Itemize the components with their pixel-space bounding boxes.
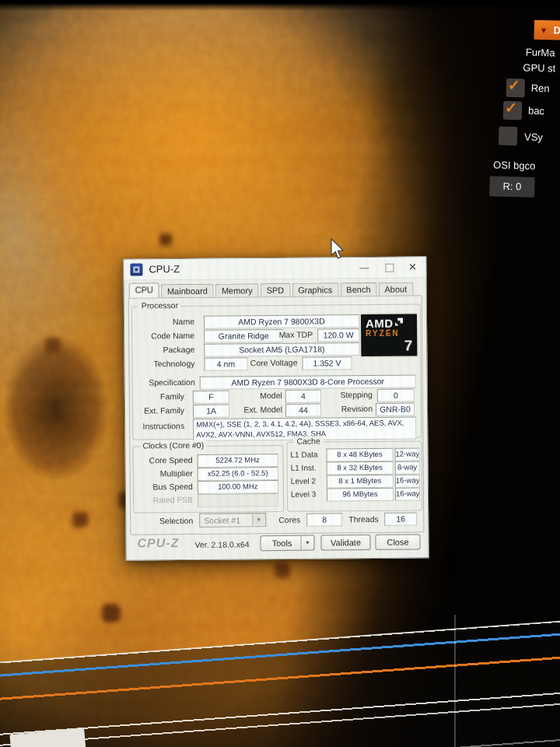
- osi-bgcolor-label: OSI bgco: [493, 159, 536, 171]
- instructions-label: Instructions: [133, 420, 184, 433]
- stepping-field: 0: [377, 388, 415, 402]
- level3-label: Level 3: [291, 488, 325, 500]
- core-speed-label: Core Speed: [134, 454, 193, 467]
- checkbox-vsync[interactable]: [499, 127, 518, 146]
- furmark-app-label: FurMa: [526, 46, 555, 58]
- selection-label: Selection: [143, 515, 193, 528]
- amd-brand-text: AMD: [366, 317, 394, 330]
- tools-button-label: Tools: [272, 538, 292, 548]
- core-voltage-label: Core Voltage: [232, 357, 297, 370]
- close-button[interactable]: ✕: [401, 257, 424, 277]
- tab-bench[interactable]: Bench: [340, 282, 376, 296]
- threads-label: Threads: [348, 514, 383, 525]
- furmark-settings-panel: ▼ De FurMa GPU st ✓ Ren ✓ bac VSy OSI bg…: [486, 12, 560, 210]
- amd-arrow-icon: [395, 318, 403, 326]
- close-action-button[interactable]: Close: [375, 534, 420, 550]
- furmark-subtitle: GPU st: [523, 61, 555, 74]
- l1-inst-assoc-field: 8-way: [395, 461, 420, 474]
- validate-button[interactable]: Validate: [320, 535, 370, 551]
- window-title: CPU-Z: [149, 263, 180, 275]
- core-voltage-field: 1.352 V: [302, 356, 352, 370]
- package-label: Package: [132, 344, 194, 356]
- tools-dropdown-icon[interactable]: ▼: [300, 536, 313, 550]
- dropdown-arrow-icon[interactable]: ▼: [252, 514, 264, 525]
- package-field: Socket AM5 (LGA1718): [204, 342, 359, 357]
- maximize-icon: [385, 264, 394, 272]
- ext-family-field: 1A: [193, 405, 229, 418]
- specification-field: AMD Ryzen 7 9800X3D 8-Core Processor: [200, 374, 416, 389]
- tab-cpu[interactable]: CPU: [129, 282, 159, 297]
- ext-family-label: Ext. Family: [133, 405, 184, 417]
- processor-group: Processor Name AMD Ryzen 7 9800X3D Code …: [131, 303, 422, 440]
- revision-label: Revision: [324, 403, 373, 416]
- name-label: Name: [132, 316, 194, 328]
- check-icon: ✓: [505, 99, 518, 117]
- cores-field: 8: [306, 513, 342, 526]
- l1-inst-label: L1 Inst.: [291, 461, 325, 473]
- maximize-button[interactable]: [377, 258, 401, 278]
- l1-data-assoc-field: 12-way: [394, 447, 419, 461]
- ext-model-field: 44: [285, 403, 321, 416]
- ryzen-number: 7: [404, 337, 413, 354]
- rated-fsb-label: Rated FSB: [134, 494, 193, 507]
- checkbox-vsync-label: VSy: [524, 131, 543, 143]
- rated-fsb-field: [198, 493, 278, 507]
- family-label: Family: [133, 391, 184, 403]
- tab-mainboard[interactable]: Mainboard: [161, 284, 214, 298]
- level2-assoc-field: 16-way: [395, 474, 420, 487]
- title-bar[interactable]: CPU-Z — ✕: [124, 257, 425, 280]
- threads-field: 16: [384, 512, 417, 525]
- cpuz-window: CPU-Z — ✕ CPUMainboardMemorySPDGraphicsB…: [123, 256, 429, 560]
- version-text: Ver. 2.18.0.x64: [194, 539, 249, 549]
- check-icon: ✓: [508, 76, 521, 94]
- clocks-group: Clocks (Core #0) Core Speed 5224.72 MHz …: [132, 445, 284, 514]
- level3-size-field: 96 MBytes: [327, 488, 394, 502]
- l1-data-size-field: 8 x 48 KBytes: [326, 448, 393, 462]
- furmark-section-header[interactable]: ▼ De: [534, 20, 560, 41]
- multiplier-label: Multiplier: [134, 468, 193, 480]
- cpuz-footer-logo: CPU-Z: [137, 536, 179, 550]
- validate-button-label: Validate: [331, 538, 361, 547]
- tab-memory[interactable]: Memory: [215, 283, 259, 296]
- model-label: Model: [233, 390, 282, 402]
- socket-selection-value: Socket #1: [200, 514, 240, 526]
- l1-inst-size-field: 8 x 32 KBytes: [327, 461, 394, 475]
- specification-label: Specification: [133, 377, 195, 389]
- tools-button[interactable]: Tools ▼: [260, 535, 314, 552]
- checkbox-background-label: bac: [528, 105, 544, 117]
- level2-label: Level 2: [291, 475, 325, 486]
- socket-selection-dropdown[interactable]: Socket #1 ▼: [199, 513, 266, 528]
- name-field: AMD Ryzen 7 9800X3D: [204, 314, 359, 329]
- cache-legend: Cache: [293, 436, 323, 445]
- section-header-label: De: [553, 24, 560, 36]
- level2-size-field: 8 x 1 MBytes: [327, 475, 394, 489]
- close-icon: ✕: [408, 261, 417, 272]
- collapse-triangle-icon[interactable]: ▼: [540, 25, 548, 34]
- top-dark-strip: [0, 0, 560, 11]
- bus-speed-label: Bus Speed: [134, 481, 193, 493]
- checkbox-render[interactable]: ✓: [506, 79, 525, 98]
- max-tdp-field: 120.0 W: [317, 328, 359, 342]
- minimize-button[interactable]: —: [352, 258, 376, 278]
- close-button-label: Close: [387, 538, 408, 547]
- revision-field: GNR-B0: [376, 402, 415, 416]
- minimize-icon: —: [359, 262, 369, 273]
- code-name-label: Code Name: [132, 330, 194, 342]
- multiplier-field: x52.25 (6.0 - 52.5): [198, 467, 278, 481]
- model-field: 4: [285, 389, 321, 402]
- cache-group: Cache L1 Data 8 x 48 KBytes 12-way L1 In…: [286, 440, 422, 512]
- tab-spd[interactable]: SPD: [261, 283, 291, 296]
- core-speed-field: 5224.72 MHz: [198, 454, 278, 468]
- clocks-legend: Clocks (Core #0): [139, 440, 207, 451]
- stepping-label: Stepping: [324, 389, 373, 402]
- osi-red-value-field[interactable]: R: 0: [489, 176, 535, 198]
- amd-ryzen-badge: AMD RYZEN 7: [359, 312, 419, 358]
- cpuz-app-icon: [130, 263, 142, 275]
- tab-graphics[interactable]: Graphics: [292, 282, 338, 296]
- technology-label: Technology: [132, 358, 194, 370]
- tab-about[interactable]: About: [378, 282, 413, 295]
- cores-label: Cores: [278, 514, 305, 526]
- mouse-cursor: [330, 238, 347, 261]
- max-tdp-label: Max TDP: [269, 329, 313, 341]
- checkbox-background[interactable]: ✓: [503, 101, 523, 121]
